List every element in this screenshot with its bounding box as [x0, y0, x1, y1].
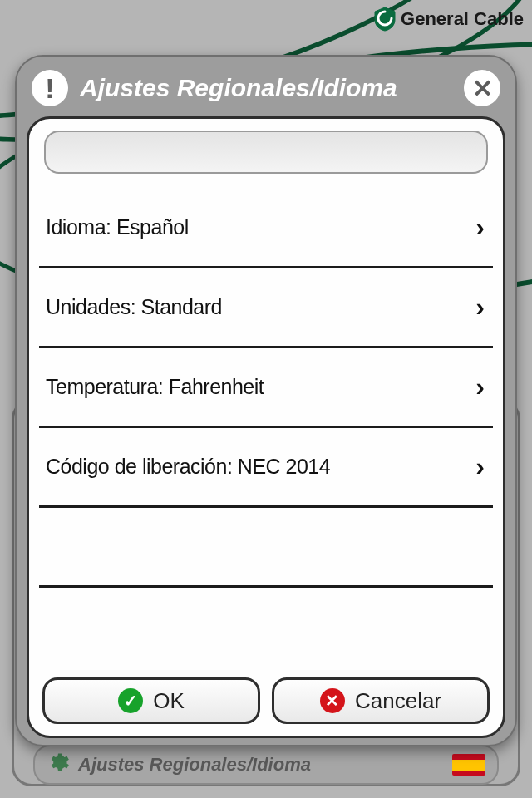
- ok-label: OK: [153, 688, 185, 714]
- brand-text: General Cable: [401, 8, 524, 30]
- row-empty: [39, 588, 493, 667]
- chevron-right-icon: ›: [475, 292, 485, 323]
- brand-logo: General Cable: [374, 7, 524, 32]
- row-empty: [39, 508, 493, 588]
- gear-icon: [47, 751, 70, 779]
- row-codigo-liberacion[interactable]: Código de liberación: NEC 2014 ›: [39, 428, 493, 508]
- modal-body: Idioma: Español › Unidades: Standard › T…: [27, 116, 505, 738]
- row-label: Código de liberación: NEC 2014: [46, 455, 330, 479]
- close-button[interactable]: ✕: [464, 70, 500, 106]
- modal-actions: ✓ OK ✕ Cancelar: [39, 667, 493, 724]
- close-icon: ✕: [320, 688, 345, 713]
- chevron-right-icon: ›: [475, 212, 485, 243]
- modal-title: Ajustes Regionales/Idioma: [80, 74, 397, 102]
- check-icon: ✓: [118, 688, 143, 713]
- ok-button[interactable]: ✓ OK: [42, 677, 260, 724]
- chevron-right-icon: ›: [475, 451, 485, 482]
- modal-header: ! Ajustes Regionales/Idioma ✕: [27, 66, 505, 116]
- search-input[interactable]: [44, 131, 488, 174]
- regional-settings-modal: ! Ajustes Regionales/Idioma ✕ Idioma: Es…: [15, 55, 517, 746]
- cancel-label: Cancelar: [355, 688, 441, 714]
- footer-label: Ajustes Regionales/Idioma: [78, 754, 311, 776]
- row-label: Unidades: Standard: [46, 295, 222, 319]
- row-unidades[interactable]: Unidades: Standard ›: [39, 268, 493, 348]
- chevron-right-icon: ›: [475, 372, 485, 402]
- flag-es-icon: [452, 754, 485, 776]
- row-temperatura[interactable]: Temperatura: Fahrenheit ›: [39, 348, 493, 428]
- row-idioma[interactable]: Idioma: Español ›: [39, 189, 493, 268]
- settings-list: Idioma: Español › Unidades: Standard › T…: [39, 189, 493, 667]
- brand-shield-icon: [374, 7, 396, 32]
- cancel-button[interactable]: ✕ Cancelar: [272, 677, 490, 724]
- row-label: Temperatura: Fahrenheit: [46, 375, 264, 399]
- row-label: Idioma: Español: [46, 215, 189, 239]
- info-icon: !: [32, 70, 68, 106]
- footer-bar[interactable]: Ajustes Regionales/Idioma: [33, 745, 499, 785]
